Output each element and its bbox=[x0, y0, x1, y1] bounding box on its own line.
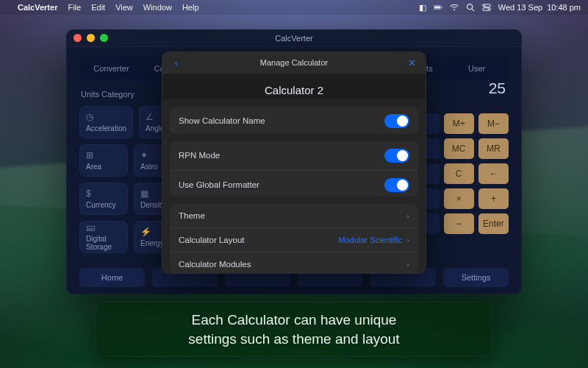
toggle-show-calculator-name[interactable] bbox=[384, 114, 409, 128]
category-label: Digital Storage bbox=[86, 235, 121, 251]
svg-rect-6 bbox=[483, 4, 490, 7]
svg-rect-1 bbox=[434, 7, 440, 9]
svg-line-5 bbox=[472, 9, 474, 11]
tab-user[interactable]: User bbox=[448, 59, 506, 78]
calculator-display: 25 bbox=[489, 79, 506, 97]
row-show-calculator-name[interactable]: Show Calculator Name bbox=[170, 107, 418, 134]
svg-rect-2 bbox=[441, 7, 442, 8]
star-icon: ✦ bbox=[140, 151, 148, 160]
storage-icon: 🖴 bbox=[86, 223, 95, 232]
window-title: CalcVerter bbox=[275, 34, 312, 43]
row-calculator-modules[interactable]: Calculator Modules › bbox=[170, 252, 418, 273]
key-mr[interactable]: MR bbox=[478, 138, 509, 159]
menubar-clock[interactable]: Wed 13 Sep 10:48 pm bbox=[498, 3, 581, 12]
bottom-home[interactable]: Home bbox=[79, 268, 145, 287]
modal-title: Manage Calculator bbox=[183, 58, 405, 67]
menu-view[interactable]: View bbox=[115, 3, 133, 12]
marketing-caption: Each Calculator can have unique settings… bbox=[96, 302, 492, 357]
modal-header: ‹ Manage Calculator ✕ bbox=[162, 52, 426, 74]
row-label: Calculator Layout bbox=[179, 236, 245, 244]
category-label: Area bbox=[86, 163, 101, 171]
traffic-lights bbox=[74, 34, 108, 42]
row-label: RPN Mode bbox=[179, 151, 220, 160]
category-digital-storage[interactable]: 🖴 Digital Storage bbox=[79, 221, 128, 253]
settings-group-3: Theme › Calculator Layout Modular Scient… bbox=[170, 204, 418, 273]
app-name[interactable]: CalcVerter bbox=[18, 3, 57, 12]
row-label: Use Global Formatter bbox=[179, 180, 259, 189]
svg-point-9 bbox=[487, 9, 489, 10]
menu-file[interactable]: File bbox=[68, 3, 81, 12]
density-icon: ▦ bbox=[140, 189, 148, 198]
menu-window[interactable]: Window bbox=[143, 3, 172, 12]
bolt-icon: ⚡ bbox=[140, 227, 151, 236]
close-window-button[interactable] bbox=[74, 34, 82, 42]
clock-icon: ◷ bbox=[86, 113, 93, 121]
chevron-right-icon: › bbox=[406, 236, 409, 244]
bottom-settings[interactable]: Settings bbox=[443, 268, 509, 287]
status-icon-generic[interactable]: ◧ bbox=[419, 3, 426, 13]
key-multiply[interactable]: × bbox=[444, 188, 474, 209]
key-plus[interactable]: + bbox=[478, 188, 509, 209]
battery-icon[interactable] bbox=[434, 3, 442, 12]
svg-rect-7 bbox=[483, 8, 490, 10]
svg-point-3 bbox=[453, 9, 455, 10]
dollar-icon: $ bbox=[86, 189, 91, 198]
category-label: Energy bbox=[140, 239, 164, 247]
category-label: Acceleration bbox=[86, 124, 126, 132]
modal-subtitle: Calculator 2 bbox=[162, 74, 426, 99]
app-window: CalcVerter Converter Calculator Elements… bbox=[66, 29, 522, 294]
key-m-plus[interactable]: M+ bbox=[444, 113, 474, 134]
back-button[interactable]: ‹ bbox=[170, 57, 183, 68]
category-currency[interactable]: $ Currency bbox=[79, 183, 128, 215]
toggle-rpn-mode[interactable] bbox=[384, 149, 409, 163]
row-rpn-mode[interactable]: RPN Mode bbox=[170, 141, 418, 170]
minimize-window-button[interactable] bbox=[87, 34, 95, 42]
macos-menubar: CalcVerter File Edit View Window Help ◧ … bbox=[0, 0, 588, 15]
window-titlebar[interactable]: CalcVerter bbox=[66, 29, 522, 47]
row-label: Show Calculator Name bbox=[179, 116, 265, 125]
menu-help[interactable]: Help bbox=[182, 3, 199, 12]
key-clear[interactable]: C bbox=[444, 163, 474, 184]
close-modal-button[interactable]: ✕ bbox=[405, 57, 418, 68]
chevron-right-icon: › bbox=[406, 260, 409, 269]
wifi-icon[interactable] bbox=[450, 3, 459, 12]
menubar-time: 10:48 pm bbox=[547, 3, 581, 12]
menu-edit[interactable]: Edit bbox=[91, 3, 105, 12]
settings-group-1: Show Calculator Name bbox=[170, 107, 418, 134]
key-backspace[interactable]: ← bbox=[478, 163, 509, 184]
caption-line-2: settings such as theme and layout bbox=[109, 330, 479, 349]
search-icon[interactable] bbox=[466, 3, 475, 12]
caption-line-1: Each Calculator can have unique bbox=[109, 311, 479, 330]
category-acceleration[interactable]: ◷ Acceleration bbox=[79, 106, 133, 138]
key-enter[interactable]: Enter bbox=[478, 213, 509, 234]
grid-icon: ⊞ bbox=[86, 151, 93, 160]
angle-icon: ∠ bbox=[146, 113, 154, 121]
key-m-minus[interactable]: M− bbox=[478, 113, 509, 134]
zoom-window-button[interactable] bbox=[100, 34, 108, 42]
key-mc[interactable]: MC bbox=[444, 138, 474, 159]
row-value: Modular Scientific bbox=[339, 236, 403, 244]
toggle-global-formatter[interactable] bbox=[384, 178, 409, 192]
category-label: Astro bbox=[140, 163, 157, 171]
category-label: Currency bbox=[86, 201, 116, 209]
key-minus[interactable]: − bbox=[444, 213, 474, 234]
chevron-right-icon: › bbox=[406, 211, 409, 220]
row-label: Theme bbox=[179, 211, 205, 220]
menubar-date: Wed 13 Sep bbox=[498, 3, 542, 12]
row-use-global-formatter[interactable]: Use Global Formatter bbox=[170, 170, 418, 197]
control-center-icon[interactable] bbox=[482, 3, 491, 12]
settings-group-2: RPN Mode Use Global Formatter bbox=[170, 141, 418, 197]
row-theme[interactable]: Theme › bbox=[170, 204, 418, 227]
category-area[interactable]: ⊞ Area bbox=[79, 144, 128, 177]
svg-point-8 bbox=[484, 4, 485, 6]
tab-converter[interactable]: Converter bbox=[82, 59, 140, 78]
row-calculator-layout[interactable]: Calculator Layout Modular Scientific› bbox=[170, 227, 418, 252]
manage-calculator-modal: ‹ Manage Calculator ✕ Calculator 2 Show … bbox=[162, 52, 426, 274]
row-label: Calculator Modules bbox=[179, 260, 251, 269]
svg-point-4 bbox=[467, 4, 472, 10]
